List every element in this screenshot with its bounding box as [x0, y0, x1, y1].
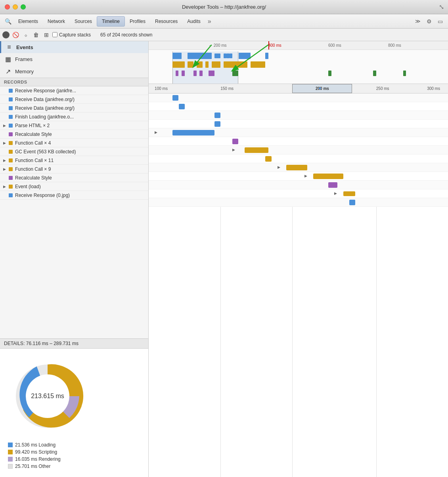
minimize-button[interactable] — [13, 4, 18, 10]
expand-arrow[interactable]: ▶ — [232, 148, 235, 152]
detail-row-3[interactable] — [149, 111, 448, 120]
expand-arrow[interactable]: ▶ — [278, 165, 280, 169]
timeline-bar — [214, 121, 220, 127]
legend-item-scripting: 99.420 ms Scripting — [8, 449, 61, 455]
sidebar-item-memory[interactable]: ↗ Memory — [0, 65, 148, 78]
sidebar-item-frames[interactable]: ▦ Frames — [0, 53, 148, 65]
timeline-bar — [245, 147, 268, 153]
record-label: Recalculate Style — [15, 175, 52, 181]
legend-value-scripting: 99.420 ms Scripting — [15, 449, 57, 455]
record-color-indicator — [9, 115, 13, 119]
filter-button[interactable]: ⬦ — [21, 31, 30, 39]
detail-row-1[interactable] — [149, 93, 448, 102]
record-color-indicator — [9, 150, 13, 154]
tab-sources[interactable]: Sources — [70, 16, 97, 27]
pie-chart-svg — [8, 357, 87, 436]
overview-bar — [193, 71, 197, 76]
record-color-indicator — [9, 193, 13, 197]
overview-bar — [224, 53, 227, 58]
tab-network[interactable]: Network — [43, 16, 70, 27]
record-item[interactable]: GC Event (563 KB collected) — [0, 147, 148, 156]
console-icon[interactable]: ≫ — [412, 16, 423, 27]
record-item[interactable]: Receive Response (jankfre... — [0, 86, 148, 95]
record-color-indicator — [9, 141, 13, 145]
detail-row-11[interactable] — [149, 181, 448, 189]
record-item[interactable]: Recalculate Style — [0, 130, 148, 139]
resize-icon[interactable]: ⤡ — [439, 3, 444, 11]
record-item[interactable]: ▶ Function Call × 4 — [0, 139, 148, 147]
tab-audits[interactable]: Audits — [182, 16, 205, 27]
legend-color-rendering — [8, 457, 13, 462]
tab-resources[interactable]: Resources — [150, 16, 182, 27]
expand-arrow: ▶ — [3, 158, 8, 162]
overview-bar — [188, 53, 211, 59]
overview-bar — [172, 61, 184, 68]
timeline-ruler-detail: 100 ms 150 ms 200 ms 250 ms 300 ms — [149, 84, 448, 93]
overview-bar — [205, 61, 209, 68]
sidebar-item-frames-label: Frames — [15, 56, 33, 62]
detail-row-12[interactable]: ▶ — [149, 189, 448, 198]
clear-button[interactable]: 🗑 — [32, 31, 40, 39]
record-item[interactable]: Finish Loading (jankfree.o... — [0, 113, 148, 121]
view-toggle-button[interactable]: ⊞ — [42, 31, 51, 39]
record-item[interactable]: ▶ Function Call × 11 — [0, 156, 148, 165]
overview-bar — [176, 71, 179, 76]
range-selector[interactable]: 200 ms — [292, 84, 352, 93]
sidebar-item-events[interactable]: ≡ Events — [0, 41, 148, 53]
legend: 21.536 ms Loading 99.420 ms Scripting 16… — [8, 442, 61, 469]
search-icon[interactable]: 🔍 — [2, 16, 13, 27]
more-tabs-button[interactable]: » — [205, 18, 214, 25]
overview-bar-green — [403, 71, 406, 76]
expand-arrow[interactable]: ▶ — [155, 130, 157, 134]
detail-row-7[interactable]: ▶ — [149, 146, 448, 155]
sidebar-item-memory-label: Memory — [15, 69, 34, 74]
record-label: GC Event (563 KB collected) — [15, 149, 76, 155]
tab-elements[interactable]: Elements — [13, 16, 43, 27]
detail-row-10[interactable]: ▶ — [149, 172, 448, 181]
record-item[interactable]: Receive Data (jankfree.org/) — [0, 95, 148, 104]
details-bar: DETAILS: 76.116 ms – 289.731 ms — [0, 338, 148, 348]
record-item[interactable]: ▶ Event (load) — [0, 182, 148, 191]
timeline-bar — [232, 139, 238, 144]
record-item[interactable]: Recalculate Style — [0, 174, 148, 182]
timeline-tracks — [149, 52, 448, 84]
detail-row-13[interactable] — [149, 198, 448, 207]
record-item[interactable]: Receive Data (jankfree.org/) — [0, 104, 148, 113]
record-button[interactable] — [2, 31, 10, 38]
record-label: Recalculate Style — [15, 132, 52, 137]
pie-section: 213.615 ms 21.536 ms Loading 99.420 ms S… — [0, 348, 148, 477]
detail-mark-200: 200 ms — [316, 86, 329, 91]
expand-arrow[interactable]: ▶ — [304, 174, 307, 178]
legend-value-rendering: 16.035 ms Rendering — [15, 456, 61, 462]
record-label: Function Call × 11 — [15, 158, 54, 163]
close-button[interactable] — [5, 4, 10, 10]
detail-row-6[interactable] — [149, 137, 448, 146]
detail-row-8[interactable] — [149, 155, 448, 163]
overview-bar — [182, 71, 185, 76]
overview-bar — [214, 53, 220, 58]
settings-icon[interactable]: ⚙ — [423, 16, 435, 27]
record-label: Parse HTML × 2 — [15, 123, 50, 128]
record-item[interactable]: ▶ Function Call × 9 — [0, 165, 148, 174]
frames-icon: ▦ — [4, 55, 12, 63]
capture-stacks-label[interactable]: Capture stacks — [52, 32, 91, 38]
stop-button[interactable]: 🚫 — [11, 31, 20, 39]
capture-stacks-checkbox[interactable] — [52, 32, 57, 37]
legend-color-scripting — [8, 450, 13, 454]
overview-bar — [197, 61, 203, 68]
overview-bar-green — [232, 71, 238, 76]
tab-timeline[interactable]: Timeline — [97, 16, 125, 27]
detail-row-9[interactable]: ▶ — [149, 163, 448, 172]
detail-row-5[interactable]: ▶ — [149, 128, 448, 137]
record-item[interactable]: ▶ Parse HTML × 2 — [0, 121, 148, 130]
expand-arrow[interactable]: ▶ — [334, 191, 337, 195]
tab-profiles[interactable]: Profiles — [125, 16, 150, 27]
detail-row-4[interactable] — [149, 120, 448, 128]
record-label: Function Call × 9 — [15, 166, 51, 172]
maximize-button[interactable] — [21, 4, 26, 10]
timeline-bar — [313, 174, 343, 179]
record-item[interactable]: Receive Response (0.jpg) — [0, 191, 148, 200]
dock-icon[interactable]: ▭ — [435, 16, 446, 27]
detail-row-2[interactable] — [149, 102, 448, 111]
title-bar: Developer Tools – http://jankfree.org/ ⤡ — [0, 0, 448, 14]
